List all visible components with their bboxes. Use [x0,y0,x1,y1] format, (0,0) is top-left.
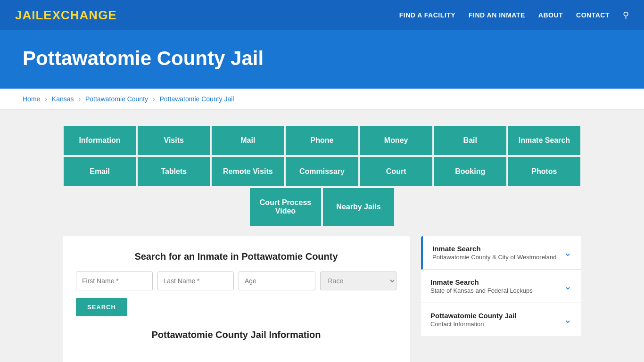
sidebar-item-text-2: Inmate Search State of Kansas and Federa… [430,278,533,294]
chevron-down-icon-3: ⌄ [564,314,572,325]
nav-find-inmate[interactable]: FIND AN INMATE [469,11,525,19]
sidebar: Inmate Search Pottawatomie County & City… [421,236,581,362]
search-button[interactable]: SEARCH [76,298,127,316]
breadcrumb-sep-3: › [153,95,155,103]
sidebar-item-contact-info[interactable]: Pottawatomie County Jail Contact Informa… [421,303,581,336]
btn-bail[interactable]: Bail [433,125,507,156]
btn-tablets[interactable]: Tablets [137,156,211,187]
navbar: JAILEXCHANGE FIND A FACILITY FIND AN INM… [0,0,644,30]
grid-buttons: Information Visits Mail Phone Money Bail… [63,125,581,227]
breadcrumb-sep-2: › [78,95,81,103]
btn-mail[interactable]: Mail [211,125,285,156]
sidebar-item-text-1: Inmate Search Pottawatomie County & City… [432,245,557,261]
breadcrumb: Home › Kansas › Pottawatomie County › Po… [0,89,644,110]
btn-court[interactable]: Court [359,156,433,187]
nav-links: FIND A FACILITY FIND AN INMATE ABOUT CON… [399,10,629,20]
btn-commissary[interactable]: Commissary [285,156,359,187]
nav-find-facility[interactable]: FIND A FACILITY [399,11,455,19]
btn-remote-visits[interactable]: Remote Visits [211,156,285,187]
breadcrumb-county[interactable]: Pottawatomie County [85,95,148,103]
logo-jail: JAIL [15,8,43,22]
sidebar-card: Inmate Search Pottawatomie County & City… [421,236,581,336]
btn-visits[interactable]: Visits [137,125,211,156]
sidebar-item-title-1: Inmate Search [432,245,557,253]
sidebar-item-subtitle-1: Pottawatomie County & City of Westmorela… [432,254,557,261]
content-area: Search for an Inmate in Pottawatomie Cou… [63,236,581,362]
site-logo[interactable]: JAILEXCHANGE [15,8,117,23]
btn-inmate-search[interactable]: Inmate Search [507,125,581,156]
search-fields: Race White Black Hispanic Asian Other [76,272,396,290]
logo-exchange: EXCHANGE [43,8,116,22]
sidebar-item-inmate-search-kansas[interactable]: Inmate Search State of Kansas and Federa… [421,270,581,303]
btn-email[interactable]: Email [63,156,137,187]
search-heading: Search for an Inmate in Pottawatomie Cou… [76,251,396,262]
first-name-input[interactable] [76,272,153,290]
btn-money[interactable]: Money [359,125,433,156]
btn-nearby-jails[interactable]: Nearby Jails [322,187,395,227]
sidebar-item-subtitle-3: Contact Information [430,321,517,328]
sidebar-item-text-3: Pottawatomie County Jail Contact Informa… [430,312,517,328]
grid-row-2: Email Tablets Remote Visits Commissary C… [63,156,581,187]
chevron-down-icon-1: ⌄ [564,247,572,258]
btn-photos[interactable]: Photos [507,156,581,187]
race-select[interactable]: Race White Black Hispanic Asian Other [320,272,397,290]
search-panel: Search for an Inmate in Pottawatomie Cou… [63,236,410,362]
page-title: Pottawatomie County Jail [23,47,621,70]
breadcrumb-home[interactable]: Home [23,95,40,103]
nav-about[interactable]: ABOUT [538,11,563,19]
btn-booking[interactable]: Booking [433,156,507,187]
breadcrumb-kansas[interactable]: Kansas [52,95,74,103]
grid-row-3: Court Process Video Nearby Jails [63,187,581,227]
btn-phone[interactable]: Phone [285,125,359,156]
last-name-input[interactable] [157,272,234,290]
btn-court-process-video[interactable]: Court Process Video [249,187,322,227]
jail-info-heading: Pottawatomie County Jail Information [76,329,396,340]
breadcrumb-sep-1: › [45,95,47,103]
sidebar-item-subtitle-2: State of Kansas and Federal Lockups [430,287,533,294]
search-icon[interactable]: ⚲ [623,10,629,20]
sidebar-item-title-2: Inmate Search [430,278,533,286]
chevron-down-icon-2: ⌄ [564,280,572,292]
btn-information[interactable]: Information [63,125,137,156]
nav-contact[interactable]: CONTACT [576,11,610,19]
breadcrumb-jail[interactable]: Pottawatomie County Jail [160,95,234,103]
main-content: Information Visits Mail Phone Money Bail… [0,110,644,362]
age-input[interactable] [239,272,315,290]
sidebar-item-title-3: Pottawatomie County Jail [430,312,517,320]
grid-row-1: Information Visits Mail Phone Money Bail… [63,125,581,156]
sidebar-item-inmate-search-pottawatomie[interactable]: Inmate Search Pottawatomie County & City… [421,236,581,270]
hero-section: Pottawatomie County Jail [0,30,644,89]
